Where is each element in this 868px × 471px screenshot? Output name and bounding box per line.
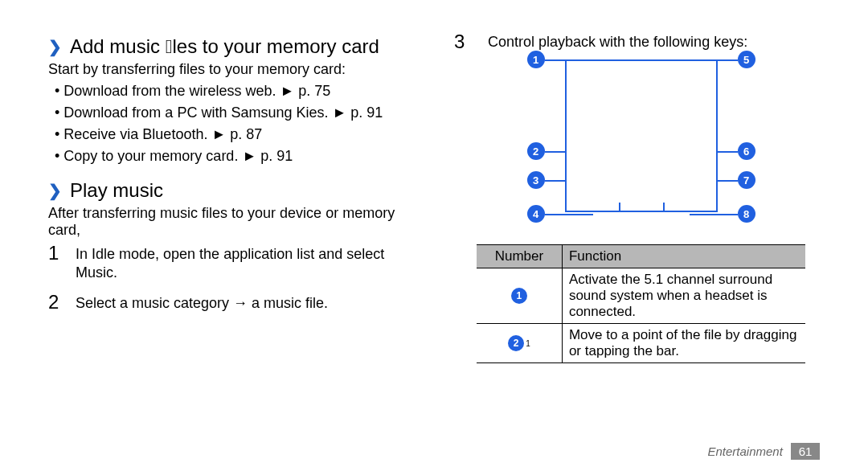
section-name: Entertainment — [707, 444, 782, 458]
step-text: In Idle mode, open the application list … — [76, 245, 422, 281]
page-ref: p. 75 — [298, 83, 330, 99]
callout-4: 4 — [527, 205, 545, 223]
table-header: Number Function — [477, 244, 805, 268]
header-number: Number — [477, 245, 563, 268]
heading-play-music-text: Play music — [70, 179, 163, 202]
heading-play-music: ❯ Play music — [48, 179, 422, 202]
step-number: 2 — [48, 293, 68, 312]
list-item: Copy to your memory card. ► p. 91 — [55, 148, 422, 165]
row-number: 1 — [477, 268, 563, 323]
bullet-text: Download from a PC with Samsung Kies. — [63, 104, 328, 121]
page-number: 61 — [791, 443, 820, 460]
callout-5: 5 — [738, 51, 755, 68]
tick-mark — [663, 203, 665, 212]
bullet-text: Receive via Bluetooth. — [63, 126, 207, 142]
step-text: Select a music category → a music file. — [76, 294, 328, 313]
number-badge: 1 — [511, 288, 527, 304]
reference-arrow-icon: ► — [242, 148, 260, 164]
step-1: 1 In Idle mode, open the application lis… — [48, 244, 422, 281]
number-badge: 2 — [508, 335, 524, 351]
step-3: 3 Control playback with the following ke… — [454, 32, 828, 51]
page-footer: Entertainment 61 — [707, 443, 820, 460]
row-function: Move to a point of the file by dragging … — [563, 324, 805, 362]
reference-arrow-icon: ► — [332, 104, 350, 121]
chevron-icon: ❯ — [48, 37, 62, 56]
callout-3: 3 — [527, 171, 545, 189]
right-column: 3 Control playback with the following ke… — [446, 32, 828, 455]
callout-7: 7 — [738, 171, 755, 189]
callout-2: 2 — [527, 142, 545, 160]
chevron-icon: ❯ — [48, 181, 62, 200]
lead-line — [718, 180, 738, 182]
step-text: Control playback with the following keys… — [488, 34, 747, 51]
list-item: Receive via Bluetooth. ► p. 87 — [55, 126, 422, 143]
lead-line — [545, 214, 593, 215]
intro-play-music: After transferring music files to your d… — [48, 205, 422, 239]
bullet-text: Download from the wireless web. — [63, 83, 276, 99]
lead-line — [718, 59, 738, 61]
callout-6: 6 — [738, 142, 755, 160]
heading-add-music: ❯ Add music ￾les to your memory card — [48, 35, 422, 58]
play-music-steps: 1 In Idle mode, open the application lis… — [48, 244, 422, 313]
page-ref: p. 91 — [260, 148, 293, 164]
lead-line — [690, 214, 738, 215]
intro-add-music: Start by transferring files to your memo… — [48, 61, 422, 78]
row-number: 2 1 — [477, 324, 563, 362]
device-frame — [565, 59, 718, 212]
table-row: 2 1 Move to a point of the file by dragg… — [477, 324, 805, 362]
manual-page: ❯ Add music ￾les to your memory card Sta… — [0, 0, 868, 471]
page-ref: p. 87 — [230, 126, 262, 142]
page-ref: p. 91 — [350, 104, 383, 121]
list-item: Download from the wireless web. ► p. 75 — [55, 83, 422, 100]
functions-table: Number Function 1 Activate the 5.1 chann… — [477, 244, 805, 363]
row-function: Activate the 5.1 channel surround sound … — [563, 268, 805, 323]
header-function: Function — [563, 245, 805, 268]
transfer-methods-list: Download from the wireless web. ► p. 75 … — [48, 83, 422, 165]
table-row: 1 Activate the 5.1 channel surround soun… — [477, 268, 805, 324]
lead-line — [718, 151, 738, 153]
step-2: 2 Select a music category → a music file… — [48, 293, 422, 313]
playback-keys-diagram: 1 2 3 4 5 6 7 8 — [521, 59, 762, 228]
tick-mark — [619, 203, 620, 212]
step-number: 3 — [454, 32, 473, 51]
footnote-superscript: 1 — [526, 339, 530, 348]
lead-line — [545, 59, 565, 61]
callout-1: 1 — [527, 51, 545, 68]
reference-arrow-icon: ► — [280, 83, 298, 99]
step-number: 1 — [48, 244, 68, 263]
callout-8: 8 — [738, 205, 755, 223]
lead-line — [545, 151, 565, 153]
left-column: ❯ Add music ￾les to your memory card Sta… — [48, 32, 446, 455]
list-item: Download from a PC with Samsung Kies. ► … — [55, 104, 422, 121]
bullet-text: Copy to your memory card. — [63, 148, 238, 164]
heading-add-music-text: Add music ￾les to your memory card — [70, 35, 379, 58]
lead-line — [545, 180, 565, 182]
reference-arrow-icon: ► — [211, 126, 230, 142]
